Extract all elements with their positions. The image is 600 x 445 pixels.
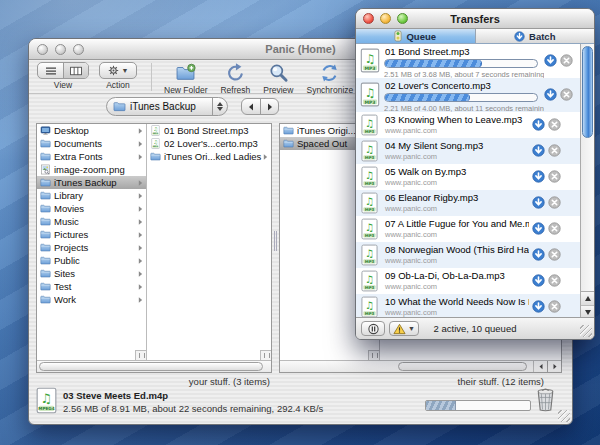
queue-item[interactable]: ♫MP301 Bond Street.mp32.51 MB of 3.68 MB…	[356, 44, 581, 78]
horizontal-scrollbar[interactable]	[37, 360, 271, 372]
sidebar-item[interactable]: Test	[37, 280, 146, 293]
sidebar-item[interactable]: Public	[37, 254, 146, 267]
preview-button[interactable]: Preview	[263, 62, 293, 95]
new-folder-button[interactable]: New Folder	[164, 62, 207, 95]
remove-button[interactable]	[548, 170, 561, 183]
vertical-scrollbar[interactable]	[580, 44, 594, 317]
scroll-right-button[interactable]	[547, 361, 561, 372]
remove-button[interactable]	[548, 300, 561, 313]
chevron-icon	[138, 179, 143, 187]
file-item[interactable]: ♫MP301 Bond Street.mp3	[147, 124, 271, 137]
download-button[interactable]	[532, 300, 545, 313]
minimize-button[interactable]	[380, 13, 391, 24]
queue-item[interactable]: ♫MP305 Walk on By.mp3www.panic.com	[356, 164, 581, 190]
folder-popup[interactable]: iTunes Backup	[106, 97, 228, 116]
refresh-icon	[224, 62, 247, 84]
mp3-icon: ♫MP3	[150, 138, 161, 149]
sidebar-item[interactable]: Music	[37, 215, 146, 228]
resize-grip[interactable]	[558, 410, 570, 422]
sidebar-item[interactable]: iTunes Backup	[37, 176, 146, 189]
queue-item[interactable]: ♫MP302 Lover's Concerto.mp32.21 MB of 4.…	[356, 78, 581, 112]
sidebar-item[interactable]: Library	[37, 189, 146, 202]
scroll-left-button[interactable]	[534, 361, 547, 372]
back-button[interactable]	[242, 99, 260, 114]
resize-grip[interactable]	[580, 325, 592, 337]
sidebar-item[interactable]: Movies	[37, 202, 146, 215]
file-item[interactable]: ♫MP302 Lover's...certo.mp3	[147, 137, 271, 150]
item-label: Library	[54, 190, 138, 201]
remote-status-label: their stuff. (12 items)	[458, 376, 544, 387]
remove-button[interactable]	[548, 118, 561, 131]
list-view-button[interactable]	[38, 63, 63, 78]
sidebar-item[interactable]: Projects	[37, 241, 146, 254]
queue-item[interactable]: ♫MP303 Knowing When to Leave.mp3www.pani…	[356, 112, 581, 138]
queue-item[interactable]: ♫MP310 What the World Needs Now Is Love.…	[356, 294, 581, 317]
pane-splitter[interactable]	[273, 231, 278, 251]
chevron-icon	[138, 283, 143, 291]
folder-icon	[113, 101, 126, 112]
zoom-button[interactable]	[397, 13, 408, 24]
remove-button[interactable]	[548, 274, 561, 287]
remove-button[interactable]	[548, 196, 561, 209]
sidebar-item[interactable]: Pictures	[37, 228, 146, 241]
refresh-button[interactable]: Refresh	[220, 62, 250, 95]
remove-button[interactable]	[560, 88, 573, 101]
transfer-site: www.panic.com	[385, 256, 437, 265]
scroll-up-button[interactable]	[581, 292, 594, 305]
tab-batch[interactable]: Batch	[475, 29, 595, 43]
download-button[interactable]	[532, 274, 545, 287]
download-button[interactable]	[532, 222, 545, 235]
scrollbar-thumb[interactable]	[398, 362, 527, 371]
queue-item[interactable]: ♫MP307 A Little Fugue for You and Me.mp3…	[356, 216, 581, 242]
sidebar-item[interactable]: Extra Fonts	[37, 150, 146, 163]
queue-item[interactable]: ♫MP308 Norwegian Wood (This Bird Has Flo…	[356, 242, 581, 268]
sidebar-item[interactable]: image-zoom.png	[37, 163, 146, 176]
scrollbar-thumb[interactable]	[582, 46, 593, 138]
download-button[interactable]	[532, 196, 545, 209]
column-resize-handle[interactable]	[135, 350, 146, 360]
sidebar-item[interactable]: Documents	[37, 137, 146, 150]
minimize-button[interactable]	[55, 44, 66, 55]
download-button[interactable]	[544, 54, 557, 67]
transfer-name: 08 Norwegian Wood (This Bird Has Flown).…	[385, 244, 529, 255]
close-button[interactable]	[37, 44, 48, 55]
file-item[interactable]: iTunes Ori...ked Ladies	[147, 150, 271, 163]
zoom-button[interactable]	[73, 44, 84, 55]
folder-icon	[283, 138, 294, 149]
horizontal-scrollbar[interactable]	[280, 360, 561, 372]
remove-button[interactable]	[548, 248, 561, 261]
sidebar-item[interactable]: Sites	[37, 267, 146, 280]
close-button[interactable]	[363, 13, 374, 24]
column-resize-handle[interactable]	[368, 350, 379, 360]
item-label: 02 Lover's...certo.mp3	[164, 138, 271, 149]
remove-button[interactable]	[560, 54, 573, 67]
sidebar-item[interactable]: Work	[37, 293, 146, 306]
remove-button[interactable]	[548, 144, 561, 157]
action-button[interactable]: ▼	[99, 62, 137, 79]
trash-icon[interactable]	[535, 386, 556, 413]
queue-item[interactable]: ♫MP306 Eleanor Rigby.mp3www.panic.com	[356, 190, 581, 216]
svg-text:♫: ♫	[153, 126, 158, 132]
chevron-icon	[138, 231, 143, 239]
remove-button[interactable]	[548, 222, 561, 235]
folder-icon	[40, 229, 51, 240]
view-label: View	[54, 80, 72, 90]
synchronize-button[interactable]: Synchronize	[306, 62, 353, 95]
queue-item[interactable]: ♫MP309 Ob-La-Di, Ob-La-Da.mp3www.panic.c…	[356, 268, 581, 294]
forward-icon	[266, 103, 274, 111]
download-button[interactable]	[532, 248, 545, 261]
tab-queue[interactable]: Queue	[356, 29, 475, 43]
download-button[interactable]	[532, 118, 545, 131]
download-button[interactable]	[544, 88, 557, 101]
scroll-left-icon	[538, 363, 544, 370]
chevron-icon	[138, 153, 143, 161]
column-view-button[interactable]	[63, 63, 88, 78]
column-resize-handle[interactable]	[260, 350, 271, 360]
forward-button[interactable]	[260, 99, 278, 114]
sidebar-item[interactable]: Desktop	[37, 124, 146, 137]
scrollbar-thumb[interactable]	[39, 362, 263, 371]
download-button[interactable]	[532, 170, 545, 183]
queue-item[interactable]: ♫MP304 My Silent Song.mp3www.panic.com	[356, 138, 581, 164]
download-button[interactable]	[532, 144, 545, 157]
transfers-titlebar[interactable]: Transfers	[356, 9, 594, 29]
